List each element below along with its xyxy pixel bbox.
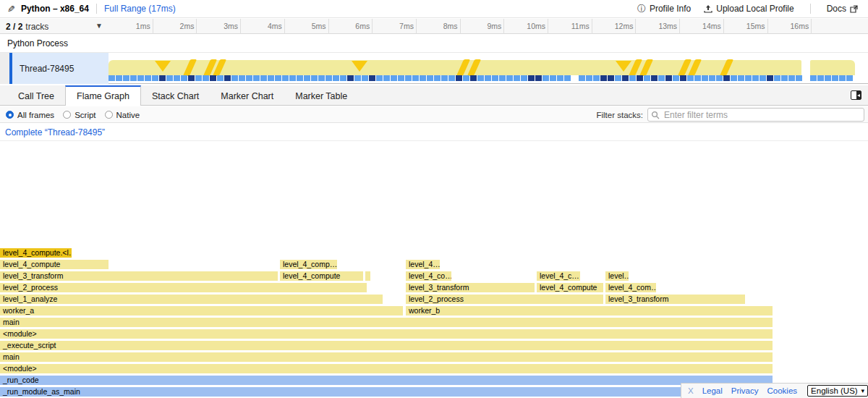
sample-segment [362,75,368,81]
language-select[interactable]: English (US) ▾ [807,385,868,397]
jank-slash-marker[interactable] [183,59,197,76]
jank-slash-marker[interactable] [467,59,481,76]
ruler-tick-line [372,19,373,34]
ruler-tick-label: 8ms [427,22,458,30]
ruler-tick-label: 12ms [603,22,633,30]
flame-box[interactable]: level_4_compute [280,271,363,281]
ruler-tick-label: 7ms [383,22,414,30]
ruler-tick-label: 2ms [163,22,194,30]
sample-segment [810,75,817,81]
breadcrumb-complete-thread[interactable]: Complete “Thread-78495” [5,127,105,137]
jank-triangle-marker[interactable] [616,61,631,72]
jank-triangle-marker[interactable] [352,61,367,72]
flame-box[interactable]: main [0,318,773,327]
sample-segment [311,75,318,81]
flame-box[interactable]: <module> [0,329,773,339]
tab-marker-chart[interactable]: Marker Chart [210,85,284,105]
sample-segment [275,75,281,81]
sample-segment [217,75,224,81]
tab-flame-graph[interactable]: Flame Graph [65,85,141,106]
flame-box[interactable]: level_3_transform [406,283,535,292]
sample-segment [282,75,289,81]
jank-slash-marker[interactable] [720,59,733,76]
edit-pencil-icon[interactable]: ✎ [7,4,15,14]
ruler-tick-line [460,19,461,34]
flame-box[interactable]: level_4_compute [0,260,109,269]
flame-box[interactable]: _run_code [0,376,773,385]
flame-box[interactable]: level_3_transform [0,271,278,281]
flame-box[interactable]: level_4… [406,260,440,269]
sample-segment [781,75,788,81]
flame-box[interactable]: level_4_comp… [280,260,337,269]
footer-link-x[interactable]: X [688,386,694,395]
profile-info-button[interactable]: ⓘ Profile Info [633,3,695,15]
flame-box[interactable]: _execute_script [0,341,773,350]
radio-native[interactable]: Native [105,111,140,119]
sample-segment [817,75,824,81]
flame-box[interactable]: level_4_co… [406,271,451,281]
sample-segment [289,75,296,81]
flame-box[interactable] [365,271,370,281]
sample-segment [195,75,202,81]
thread-track-label[interactable]: Thread-78495 [12,53,109,84]
ruler-tick-line [416,19,417,34]
thread-activity-graph[interactable] [109,53,855,84]
tab-call-tree[interactable]: Call Tree [7,85,65,105]
upload-profile-button[interactable]: Upload Local Profile [699,4,798,14]
filter-stacks-group: Filter stacks: [596,108,864,122]
sample-segment [470,75,477,81]
flame-box[interactable]: _run_module_as_main [0,387,773,397]
sample-segment [600,75,607,81]
profiler-window: ✎ Python – x86_64 Full Range (17ms) ⓘ Pr… [0,0,868,398]
flame-box[interactable]: level… [605,271,629,281]
profile-title: Python – x86_64 [21,4,89,14]
footer-link-cookies[interactable]: Cookies [767,386,798,395]
flame-box[interactable]: level_4_compute [537,283,603,292]
tracks-counter[interactable]: 2 / 2 tracks ▼ [0,19,109,34]
flame-box[interactable]: main [0,352,773,362]
ruler-tick-label: 9ms [471,22,501,30]
flame-box[interactable]: worker_b [406,306,773,316]
flame-box[interactable]: level_3_transform [605,295,745,304]
sample-segment [839,75,846,81]
sample-segment [680,75,686,81]
tab-marker-table[interactable]: Marker Table [284,85,358,105]
sample-segment [564,75,571,81]
flame-box[interactable]: level_4_compute.<l… [0,248,72,258]
sample-segment [145,75,151,81]
flame-box[interactable]: level_2_process [406,295,603,304]
radio-all-frames[interactable]: All frames [6,111,54,119]
sample-segment [188,75,195,81]
sample-segment [687,75,694,81]
sample-segment [803,75,809,81]
flame-box[interactable]: level_4_c… [537,271,580,281]
ruler-tick-line [153,19,153,34]
tracks-dropdown-icon[interactable]: ▼ [95,22,103,30]
ruler-tick-label: 4ms [252,22,282,30]
footer-link-privacy[interactable]: Privacy [731,386,759,395]
footer-link-legal[interactable]: Legal [702,386,723,395]
filter-stacks-input[interactable] [647,108,864,122]
sample-segment [181,75,187,81]
flame-box[interactable]: level_4_com… [605,283,656,292]
docs-link[interactable]: Docs [822,4,862,14]
jank-triangle-marker[interactable] [155,61,171,72]
radio-script[interactable]: Script [63,111,95,119]
flame-box[interactable]: level_1_analyze [0,295,383,304]
sample-segment [637,75,643,81]
sample-segment [434,75,441,81]
top-bar: ✎ Python – x86_64 Full Range (17ms) ⓘ Pr… [0,0,868,18]
track-gutter [0,53,9,84]
full-range-button[interactable]: Full Range (17ms) [104,4,176,14]
flame-box[interactable]: <module> [0,364,773,373]
sample-segment [224,75,231,81]
tab-stack-chart[interactable]: Stack Chart [141,85,210,105]
footer-bar: X Legal Privacy Cookies English (US) ▾ [681,383,868,398]
jank-slash-marker[interactable] [639,59,653,76]
process-track-header[interactable]: Python Process [0,34,868,53]
sample-segment [174,75,180,81]
sidebar-toggle-icon[interactable] [851,90,861,100]
flame-box[interactable]: level_2_process [0,283,367,292]
flame-graph-panel[interactable]: level_4_compute.<l…level_4_computelevel_… [0,142,868,398]
flame-box[interactable]: worker_a [0,306,403,316]
